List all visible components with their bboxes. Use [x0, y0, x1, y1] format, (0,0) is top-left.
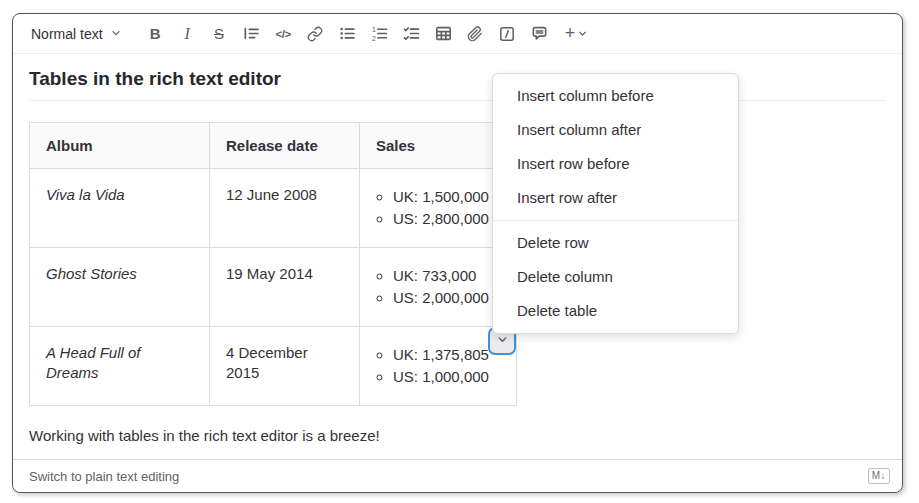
- menu-divider: [493, 220, 738, 221]
- table-row: A Head Full of Dreams4 December 2015UK: …: [30, 327, 517, 406]
- blockquote-button[interactable]: [237, 21, 266, 47]
- svg-text:1: 1: [372, 26, 376, 33]
- italic-button[interactable]: I: [173, 21, 202, 47]
- ordered-list-button[interactable]: 12: [365, 21, 394, 47]
- text-style-label: Normal text: [31, 26, 103, 42]
- album-cell[interactable]: A Head Full of Dreams: [30, 327, 210, 406]
- rich-text-editor: Normal text B I S </> 12: [12, 13, 903, 493]
- ordered-list-icon: 12: [371, 25, 388, 42]
- link-button[interactable]: [301, 21, 330, 47]
- blockquote-icon: [243, 25, 260, 42]
- table-icon: [435, 25, 452, 42]
- bullet-list-button[interactable]: [333, 21, 362, 47]
- chevron-down-icon: [577, 28, 588, 39]
- markdown-icon: M↓: [868, 468, 890, 484]
- table-row: Ghost Stories19 May 2014UK: 733,000US: 2…: [30, 248, 517, 327]
- table-header-cell[interactable]: Release date: [210, 123, 360, 169]
- svg-text:2: 2: [372, 35, 376, 42]
- table-options-menu: Insert column beforeInsert column afterI…: [492, 73, 739, 334]
- editor-footer: Switch to plain text editing M↓: [13, 459, 902, 492]
- sales-list: UK: 1,500,000US: 2,800,000: [376, 187, 500, 229]
- attachment-button[interactable]: [461, 21, 490, 47]
- text-style-dropdown[interactable]: Normal text: [27, 22, 126, 46]
- sales-list: UK: 733,000US: 2,000,000: [376, 266, 500, 308]
- comment-button[interactable]: [525, 21, 554, 47]
- strikethrough-button[interactable]: S: [205, 21, 234, 47]
- comment-icon: [531, 25, 548, 42]
- slash-command-icon: [499, 26, 515, 42]
- code-icon: </>: [276, 28, 291, 40]
- release-date-cell[interactable]: 4 December 2015: [210, 327, 360, 406]
- table-header-row: AlbumRelease dateSales: [30, 123, 517, 169]
- slash-command-button[interactable]: [493, 21, 522, 47]
- insert-more-dropdown[interactable]: +: [557, 21, 597, 47]
- table-header-cell[interactable]: Album: [30, 123, 210, 169]
- body-paragraph: Working with tables in the rich text edi…: [29, 425, 886, 446]
- table-row: Viva la Vida12 June 2008UK: 1,500,000US:…: [30, 169, 517, 248]
- link-icon: [307, 26, 323, 42]
- album-cell[interactable]: Viva la Vida: [30, 169, 210, 248]
- page-title: Tables in the rich text editor: [29, 67, 886, 101]
- chevron-down-icon: [496, 333, 509, 349]
- sales-list: UK: 1,375,805US: 1,000,000: [376, 345, 500, 387]
- album-cell[interactable]: Ghost Stories: [30, 248, 210, 327]
- switch-to-plain-text-button[interactable]: Switch to plain text editing: [29, 469, 179, 484]
- sales-list-item: US: 1,000,000: [393, 367, 500, 387]
- menu-item-delete-row[interactable]: Delete row: [493, 226, 738, 260]
- task-list-button[interactable]: [397, 21, 426, 47]
- editor-toolbar: Normal text B I S </> 12: [13, 14, 902, 54]
- menu-item-insert-column-after[interactable]: Insert column after: [493, 113, 738, 147]
- table-button[interactable]: [429, 21, 458, 47]
- menu-item-insert-column-before[interactable]: Insert column before: [493, 79, 738, 113]
- task-list-icon: [403, 25, 420, 42]
- menu-item-insert-row-after[interactable]: Insert row after: [493, 181, 738, 215]
- bold-icon: B: [150, 25, 161, 42]
- chevron-down-icon: [110, 26, 122, 42]
- sales-list-item: UK: 733,000: [393, 266, 500, 286]
- menu-item-delete-table[interactable]: Delete table: [493, 294, 738, 328]
- strikethrough-icon: S: [214, 25, 224, 42]
- menu-item-delete-column[interactable]: Delete column: [493, 260, 738, 294]
- sales-list-item: UK: 1,500,000: [393, 187, 500, 207]
- menu-item-insert-row-before[interactable]: Insert row before: [493, 147, 738, 181]
- bold-button[interactable]: B: [141, 21, 170, 47]
- editor-content-area[interactable]: Tables in the rich text editor AlbumRele…: [13, 67, 902, 446]
- release-date-cell[interactable]: 12 June 2008: [210, 169, 360, 248]
- sales-list-item: US: 2,800,000: [393, 209, 500, 229]
- release-date-cell[interactable]: 19 May 2014: [210, 248, 360, 327]
- bullet-list-icon: [339, 25, 356, 42]
- italic-icon: I: [184, 25, 189, 43]
- attachment-icon: [467, 26, 483, 42]
- albums-table: AlbumRelease dateSales Viva la Vida12 Ju…: [29, 122, 517, 406]
- code-button[interactable]: </>: [269, 21, 298, 47]
- sales-list-item: US: 2,000,000: [393, 288, 500, 308]
- sales-list-item: UK: 1,375,805: [393, 345, 500, 365]
- plus-icon: +: [565, 23, 576, 44]
